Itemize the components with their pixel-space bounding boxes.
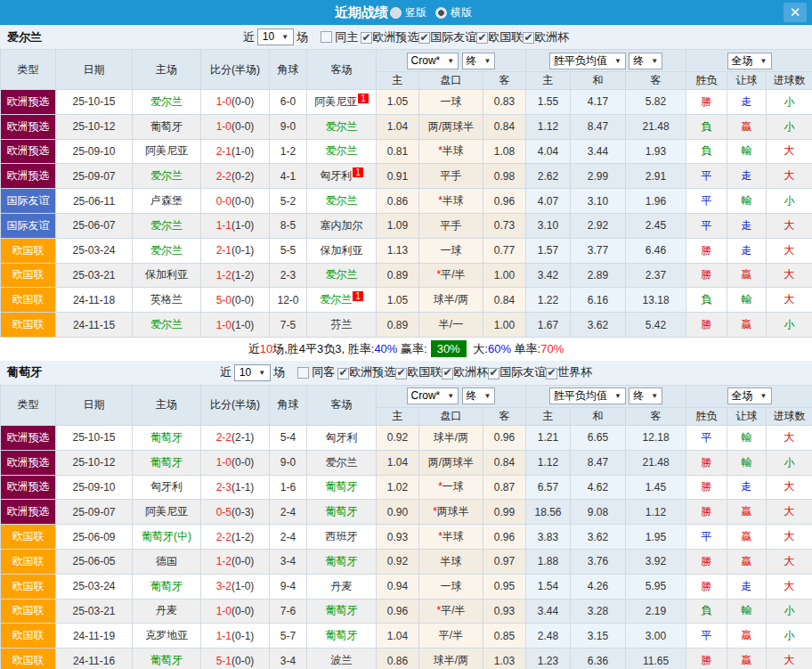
home-team: 葡萄牙 — [133, 574, 201, 599]
subcol-handicap: 盘口 — [419, 72, 483, 90]
comp-checkbox[interactable] — [546, 368, 557, 379]
crown-away-odds: 1.00 — [483, 313, 526, 338]
avg-away-odds: 2.91 — [626, 164, 686, 189]
same-away-checkbox[interactable] — [297, 367, 309, 379]
comp-checkbox[interactable] — [361, 32, 372, 44]
summary-part: 场,胜4平3负3, 胜率: — [272, 341, 374, 357]
comp-checkbox[interactable] — [476, 32, 488, 44]
match-score: 2-2(0-2) — [201, 164, 270, 189]
result-handicap: 輸 — [727, 139, 767, 164]
crown-group-header: Crow*▼ 终▼ — [377, 385, 526, 407]
chevron-down-icon: ▼ — [447, 389, 454, 403]
results-table-portugal: 类型 日期 主场 比分(半场) 角球 客场 Crow*▼ 终▼ 胜平负均值▼ 终… — [0, 385, 812, 669]
bookmaker-select[interactable]: Crow*▼ — [407, 388, 459, 404]
col-home: 主场 — [133, 385, 201, 425]
match-count-select[interactable]: 10▼ — [257, 29, 294, 45]
result-wdl: 勝 — [686, 263, 727, 288]
avg-home-odds: 2.62 — [526, 164, 571, 189]
result-group-header: 全场▼ — [686, 50, 812, 72]
scope-select[interactable]: 全场▼ — [727, 53, 772, 69]
fulltime-score: 1-0 — [216, 319, 231, 331]
changed-line-star: * — [438, 530, 443, 543]
match-label: 场 — [296, 29, 308, 45]
match-score: 2-3(1-1) — [201, 475, 270, 500]
match-date: 24-11-19 — [56, 624, 133, 649]
comp-checkbox[interactable] — [395, 368, 407, 379]
team-label: 丹麦 — [331, 580, 353, 592]
chevron-down-icon: ▼ — [447, 54, 454, 68]
close-button[interactable]: ✕ — [784, 3, 807, 22]
result-handicap: 輸 — [727, 425, 767, 450]
result-goals: 大 — [767, 500, 812, 525]
same-home-checkbox[interactable] — [321, 31, 332, 43]
result-goals: 大 — [767, 238, 812, 263]
match-score: 2-2(1-2) — [201, 525, 270, 550]
comp-checkbox[interactable] — [418, 32, 430, 44]
match-score: 1-0(0-0) — [201, 599, 270, 624]
match-type-badge: 欧国联 — [1, 649, 56, 669]
corner-score: 4-1 — [270, 164, 307, 189]
match-row: 欧国联25-03-21丹麦1-0(0-0)7-6葡萄牙0.96*平/半0.933… — [1, 599, 812, 624]
odds-stage-select-1[interactable]: 终▼ — [462, 53, 496, 69]
layout-radio-horizontal[interactable] — [435, 7, 447, 19]
odds-stage-select-1[interactable]: 终▼ — [462, 388, 496, 404]
match-date: 25-06-11 — [56, 189, 133, 214]
team-label: 匈牙利 — [326, 431, 358, 444]
fulltime-score: 0-5 — [216, 506, 231, 518]
comp-checkbox[interactable] — [488, 368, 499, 379]
avg-home-odds: 1.67 — [526, 313, 571, 338]
comp-checkbox[interactable] — [442, 368, 453, 379]
result-wdl: 平 — [686, 525, 727, 550]
comp-checkbox[interactable] — [337, 368, 349, 379]
crown-home-odds: 1.05 — [377, 90, 419, 115]
away-team: 波兰 — [307, 649, 377, 669]
corner-score: 7-6 — [270, 599, 307, 624]
match-date: 25-03-21 — [56, 599, 133, 624]
layout-radio-vertical[interactable] — [390, 7, 402, 19]
avg-home-odds: 18.56 — [526, 500, 571, 525]
result-handicap: 走 — [727, 213, 767, 238]
match-score: 1-0(1-0) — [201, 313, 270, 338]
avg-home-odds: 3.83 — [526, 525, 571, 550]
corner-score: 9-0 — [270, 450, 307, 475]
match-date: 25-03-21 — [56, 263, 133, 288]
bookmaker-select[interactable]: Crow*▼ — [407, 53, 459, 69]
match-type-badge: 国际友谊 — [1, 213, 56, 238]
result-goals: 小 — [767, 90, 812, 115]
crown-away-odds: 0.84 — [483, 288, 526, 313]
results-table-ireland: 类型 日期 主场 比分(半场) 角球 客场 Crow*▼ 终▼ 胜平负均值▼ 终… — [0, 49, 812, 338]
match-date: 25-09-10 — [56, 139, 133, 164]
away-team: 葡萄牙 — [307, 624, 377, 649]
crown-away-odds: 0.85 — [483, 624, 526, 649]
avg-away-odds: 11.65 — [626, 649, 686, 669]
result-goals: 小 — [767, 114, 812, 139]
match-row: 欧国联25-06-05德国1-2(0-0)3-4葡萄牙0.92半球0.971.8… — [1, 549, 812, 574]
avg-select[interactable]: 胜平负均值▼ — [549, 388, 626, 404]
avg-draw-odds: 3.10 — [571, 189, 626, 214]
team-label: 英格兰 — [150, 293, 183, 306]
odds-stage-select-2[interactable]: 终▼ — [629, 53, 662, 69]
avg-draw-odds: 4.62 — [571, 475, 626, 500]
handicap-line: *半球 — [419, 139, 483, 164]
team-label: 爱尔兰 — [326, 268, 358, 281]
team-label: 保加利亚 — [321, 244, 363, 257]
odds-stage-select-2[interactable]: 终▼ — [629, 388, 662, 404]
avg-home-odds: 2.48 — [526, 624, 571, 649]
comp-checkbox[interactable] — [523, 32, 534, 44]
corner-score: 5-4 — [270, 425, 307, 450]
match-type-badge: 欧洲预选 — [1, 425, 56, 450]
changed-line-star: * — [438, 480, 443, 493]
avg-draw-odds: 3.28 — [571, 599, 626, 624]
scope-select[interactable]: 全场▼ — [727, 388, 772, 404]
avg-home-odds: 1.12 — [526, 114, 571, 139]
avg-select[interactable]: 胜平负均值▼ — [549, 53, 626, 69]
result-goals: 小 — [767, 599, 812, 624]
crown-home-odds: 1.05 — [377, 288, 419, 313]
result-wdl: 勝 — [686, 649, 727, 669]
away-team: 爱尔兰1 — [307, 288, 377, 313]
match-count-select[interactable]: 10▼ — [234, 364, 271, 381]
same-home-label: 同主 — [335, 29, 358, 45]
crown-home-odds: 0.96 — [377, 599, 419, 624]
corner-score: 3-4 — [270, 549, 307, 574]
team-label: 葡萄牙 — [150, 431, 183, 444]
